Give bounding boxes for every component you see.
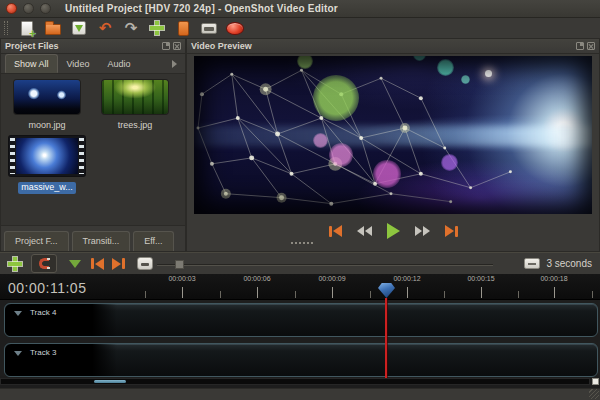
fast-forward-button[interactable]	[415, 226, 430, 236]
current-time-display: 00:00:11:05	[8, 280, 86, 296]
ruler-minor-tick	[592, 291, 593, 298]
ruler-minor-tick	[220, 291, 221, 298]
project-files-list: moon.jpgtrees.jpgmassive_w...	[1, 74, 185, 225]
timeline-track[interactable]: Track 3	[4, 343, 598, 377]
ruler-time-label: 00:00:09	[318, 275, 345, 282]
previous-marker-button[interactable]	[91, 254, 104, 274]
add-track-button[interactable]	[8, 254, 22, 274]
zoom-scale-label: 3 seconds	[546, 258, 592, 269]
razor-tool-button[interactable]	[137, 254, 153, 274]
ruler-time-label: 00:00:18	[540, 275, 567, 282]
tab-overflow-icon[interactable]	[172, 60, 181, 68]
undo-button[interactable]	[92, 18, 118, 38]
window-close-button[interactable]	[6, 3, 17, 14]
razor-icon	[137, 257, 153, 270]
ruler-major-tick	[554, 287, 555, 298]
panel-tab-eff[interactable]: Eff...	[133, 231, 173, 251]
ruler-minor-tick	[370, 291, 371, 298]
jump-to-start-icon	[329, 226, 332, 237]
scrollbar-end-box[interactable]	[592, 378, 599, 385]
film-thumbnail	[9, 136, 85, 176]
openshot-window: Untitled Project [HDV 720 24p] - OpenSho…	[0, 0, 600, 400]
ruler-major-tick	[182, 287, 183, 298]
resize-grip[interactable]	[589, 389, 599, 399]
image-thumbnail	[102, 80, 168, 114]
panel-float-icon[interactable]	[576, 42, 584, 50]
panel-close-icon[interactable]	[173, 42, 181, 50]
filter-tab-show-all[interactable]: Show All	[5, 54, 58, 73]
green-plus-icon	[8, 257, 22, 271]
open-project-button[interactable]	[40, 18, 66, 38]
chevron-down-icon	[14, 351, 22, 356]
next-marker-button[interactable]	[112, 254, 125, 274]
rewind-button[interactable]	[357, 226, 372, 236]
track-name-label: Track 3	[30, 348, 56, 357]
import-files-button[interactable]	[144, 18, 170, 38]
next-marker-icon	[122, 258, 125, 269]
red-record-icon	[226, 22, 244, 35]
playback-controls	[187, 223, 599, 239]
video-preview-title: Video Preview	[191, 41, 252, 51]
export-video-button[interactable]	[222, 18, 248, 38]
toolbar-grip[interactable]	[4, 21, 8, 35]
slider-groove	[157, 264, 493, 265]
ruler-major-tick	[332, 287, 333, 298]
project-files-panel: Project Files Show AllVideoAudio moon.jp…	[0, 38, 186, 252]
panel-tab-project-f[interactable]: Project F...	[4, 231, 69, 251]
timeline[interactable]: 00:00:11:05 00:00:0300:00:0600:00:0900:0…	[0, 274, 600, 388]
vignette	[194, 56, 592, 214]
jump-to-end-icon	[445, 225, 454, 237]
track-header	[5, 304, 117, 336]
panel-tab-bar: Project F...Transiti...Eff...	[1, 225, 185, 251]
panel-tab-transiti[interactable]: Transiti...	[72, 231, 131, 251]
timeline-scrollbar[interactable]	[0, 378, 590, 385]
filter-tab-bar: Show AllVideoAudio	[1, 54, 185, 74]
ruler-minor-tick	[444, 291, 445, 298]
video-preview-header: Video Preview	[187, 39, 599, 54]
new-project-button[interactable]	[14, 18, 40, 38]
redo-arrow-icon	[125, 21, 138, 36]
jump-to-end-button[interactable]	[445, 225, 458, 237]
panel-close-icon[interactable]	[587, 42, 595, 50]
chevron-down-icon	[14, 311, 22, 316]
save-project-button[interactable]	[66, 18, 92, 38]
window-maximize-button[interactable]	[40, 3, 51, 14]
zoom-slider[interactable]	[157, 255, 493, 273]
previous-marker-icon	[95, 258, 104, 270]
track-name-label: Track 4	[30, 308, 56, 317]
screen-icon	[201, 23, 217, 34]
seek-handle[interactable]	[291, 242, 313, 246]
jump-to-start-icon	[333, 225, 342, 237]
play-button[interactable]	[387, 223, 400, 239]
window-bottom-edge	[0, 388, 600, 400]
timeline-track[interactable]: Track 4	[4, 303, 598, 337]
file-item[interactable]: trees.jpg	[91, 80, 179, 132]
snapping-button[interactable]	[31, 254, 57, 273]
next-marker-icon	[112, 258, 121, 270]
redo-button[interactable]	[118, 18, 144, 38]
titlebar: Untitled Project [HDV 720 24p] - OpenSho…	[0, 0, 600, 18]
panel-float-icon[interactable]	[162, 42, 170, 50]
choose-profile-button[interactable]	[170, 18, 196, 38]
fullscreen-button[interactable]	[196, 18, 222, 38]
playhead-line	[385, 298, 387, 380]
scale-icon	[524, 258, 540, 269]
video-preview-panel: Video Preview	[186, 38, 600, 252]
file-item[interactable]: moon.jpg	[3, 80, 91, 132]
filter-tab-audio[interactable]: Audio	[98, 54, 139, 73]
video-thumbnail-image	[16, 138, 78, 174]
ruler-time-label: 00:00:12	[393, 275, 420, 282]
scrollbar-thumb[interactable]	[94, 380, 126, 383]
fast-forward-icon	[415, 226, 422, 236]
filter-tab-video[interactable]: Video	[58, 54, 99, 73]
timeline-ruler[interactable]: 00:00:11:05 00:00:0300:00:0600:00:0900:0…	[0, 274, 600, 300]
jump-to-start-button[interactable]	[329, 225, 342, 237]
rewind-icon	[357, 226, 364, 236]
arrow-tool-button[interactable]	[69, 254, 81, 274]
ruler-minor-tick	[518, 291, 519, 298]
slider-handle[interactable]	[175, 260, 184, 269]
file-item[interactable]: massive_w...	[3, 136, 91, 194]
magnet-icon	[39, 258, 49, 269]
window-minimize-button[interactable]	[23, 3, 34, 14]
ruler-minor-tick	[295, 291, 296, 298]
